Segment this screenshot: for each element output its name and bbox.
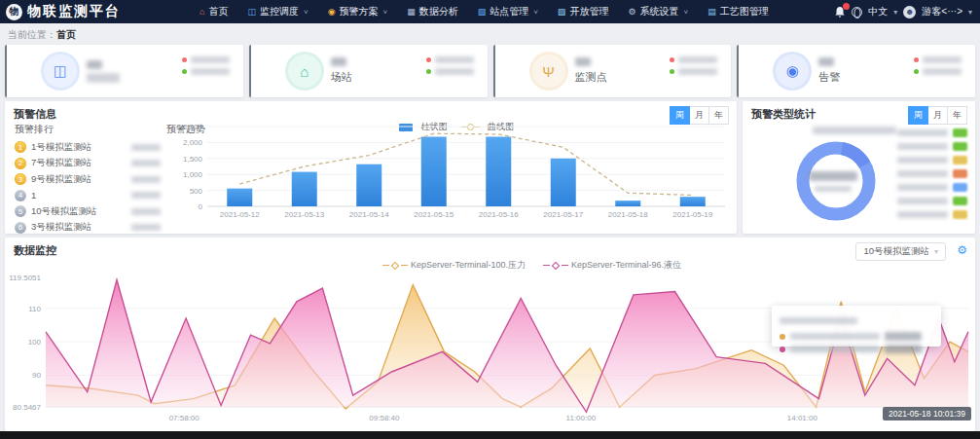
home-icon: ⌂ — [200, 7, 204, 17]
type-legend-row[interactable] — [897, 169, 967, 178]
nav-item-label: 开放管理 — [569, 5, 608, 18]
language-caret-icon: ▾ — [893, 8, 897, 17]
blurred-ranking-value — [131, 208, 161, 215]
ranking-station-name: 1号模拟监测站 — [31, 141, 127, 154]
type-legend-row[interactable] — [897, 156, 967, 165]
blurred-donut-value — [809, 171, 857, 181]
notification-bell-icon[interactable] — [834, 6, 846, 18]
status-dot-red — [670, 57, 674, 62]
nav-item-process-diagram[interactable]: ▤工艺图管理 — [699, 0, 778, 23]
breadcrumb: 当前位置：首页 — [8, 28, 76, 42]
nav-item-warning-plan[interactable]: ◉预警方案˅ — [319, 0, 397, 23]
blurred-type-label — [897, 170, 948, 177]
svg-text:1,500: 1,500 — [183, 155, 203, 164]
blurred-status-text — [435, 56, 474, 63]
nav-menu: ⌂首页◫监控调度˅◉预警方案˅▦数据分析▧站点管理˅▨开放管理⚙系统设置˅▤工艺… — [191, 0, 834, 23]
user-avatar[interactable]: ☻ — [903, 6, 916, 18]
gear-icon: ⚙ — [628, 7, 635, 17]
chart-settings-gear-icon[interactable]: ⚙ — [957, 243, 967, 257]
ranking-row[interactable]: 510号模拟监测站 — [15, 203, 161, 220]
tooltip-row — [780, 345, 933, 353]
blurred-tooltip-text — [790, 333, 880, 340]
nav-item-home[interactable]: ⌂首页 — [191, 0, 236, 23]
status-dot-red — [182, 57, 187, 62]
nav-item-site-management[interactable]: ▧站点管理˅ — [469, 0, 547, 23]
blurred-ranking-value — [131, 144, 161, 151]
blurred-donut-sublabel — [815, 186, 852, 192]
type-legend-row[interactable] — [897, 197, 967, 205]
nav-right: 中文 ▾ ☻ 游客<···> ▾ — [834, 5, 980, 18]
stat-cards-row: ◫⌂场站Ψ监测点◉告警 — [5, 45, 975, 97]
level-diamond-icon — [552, 261, 560, 269]
ranking-station-name: 7号模拟监测站 — [31, 157, 127, 169]
type-legend-row[interactable] — [897, 210, 967, 219]
type-legend-list — [897, 128, 967, 219]
type-value-chip — [953, 183, 967, 192]
breadcrumb-current[interactable]: 首页 — [56, 29, 76, 40]
user-name[interactable]: 游客<···> — [922, 5, 962, 18]
type-legend-row[interactable] — [897, 128, 967, 137]
ranking-row[interactable]: 11号模拟监测站 — [15, 139, 161, 156]
medal-icon-gold: 1 — [15, 141, 26, 153]
stat-card-监测点[interactable]: Ψ监测点 — [493, 45, 732, 97]
warning-trend-chart[interactable]: 05001,0001,5002,0002,5002021-05-122021-0… — [161, 119, 733, 230]
station-select-value: 10号模拟监测站 — [863, 245, 929, 258]
stat-card-label: 场站 — [331, 70, 352, 85]
warning-panel-title: 预警信息 — [14, 107, 56, 122]
svg-text:2,000: 2,000 — [183, 138, 203, 147]
ranking-title: 预警排行 — [15, 123, 161, 136]
ranking-row[interactable]: 41 — [15, 188, 161, 204]
ranking-row[interactable]: 63号模拟监测站 — [15, 220, 161, 237]
blurred-card-value — [331, 57, 346, 66]
type-value-chip — [953, 156, 967, 165]
nav-item-open-management[interactable]: ▨开放管理 — [549, 0, 618, 23]
breadcrumb-separator: ： — [47, 29, 56, 40]
nav-item-monitor-dispatch[interactable]: ◫监控调度˅ — [238, 0, 316, 23]
stat-card-blurred-0[interactable]: ◫ — [5, 45, 243, 97]
station-select-dropdown[interactable]: 10号模拟监测站 ▾ — [855, 242, 946, 261]
svg-text:500: 500 — [190, 187, 203, 196]
status-dot-red — [426, 57, 431, 62]
monitor-icon: ◫ — [247, 7, 256, 17]
blurred-card-value — [87, 60, 102, 69]
alarm-icon: ◉ — [776, 55, 809, 88]
stat-card-场站[interactable]: ⌂场站 — [249, 45, 488, 97]
svg-text:09:58:40: 09:58:40 — [369, 414, 400, 422]
alert-icon: ◉ — [328, 7, 336, 17]
warning-type-donut-chart[interactable] — [791, 136, 881, 226]
ranking-row[interactable]: 39号模拟监测站 — [15, 171, 161, 188]
axis-pointer-timestamp: 2021-05-18 10:01:39 — [883, 407, 971, 421]
nav-item-label: 监控调度 — [260, 5, 299, 18]
svg-text:2021-05-18: 2021-05-18 — [608, 210, 648, 219]
blurred-status-text — [678, 56, 717, 63]
tooltip-level-dot — [780, 347, 785, 352]
logo-icon: 物 — [6, 4, 22, 20]
blurred-type-label — [897, 211, 948, 218]
stat-card-告警[interactable]: ◉告警 — [737, 45, 975, 97]
nav-item-system-settings[interactable]: ⚙系统设置˅ — [619, 0, 697, 23]
top-navbar: 物 物联监测平台 ⌂首页◫监控调度˅◉预警方案˅▦数据分析▧站点管理˅▨开放管理… — [0, 0, 980, 23]
svg-text:110: 110 — [28, 305, 41, 313]
monitor-point-icon: Ψ — [532, 55, 565, 88]
ranking-station-name: 3号模拟监测站 — [31, 221, 127, 234]
type-value-chip — [953, 142, 967, 151]
svg-text:14:01:00: 14:01:00 — [787, 414, 818, 422]
medal-icon-gray: 6 — [15, 222, 26, 234]
tooltip-pressure-dot — [780, 334, 785, 340]
type-legend-row[interactable] — [897, 142, 967, 151]
svg-text:2021-05-19: 2021-05-19 — [672, 210, 712, 219]
nav-item-data-analysis[interactable]: ▦数据分析 — [398, 0, 467, 23]
open-icon: ▨ — [558, 7, 566, 17]
type-value-chip — [953, 128, 967, 137]
type-legend-row[interactable] — [897, 183, 967, 192]
warning-info-panel: 预警信息 周月年 预警排行 11号模拟监测站27号模拟监测站39号模拟监测站41… — [5, 101, 737, 234]
app-logo[interactable]: 物 物联监测平台 — [0, 3, 191, 20]
type-panel-title: 预警类型统计 — [751, 107, 816, 122]
blurred-ranking-value — [131, 192, 161, 199]
ranking-row[interactable]: 27号模拟监测站 — [15, 156, 161, 172]
stat-card-label: 监测点 — [575, 70, 607, 85]
chevron-down-icon: ˅ — [304, 8, 309, 17]
ranking-station-name: 10号模拟监测站 — [31, 205, 127, 218]
language-switch[interactable]: 中文 — [868, 5, 888, 18]
svg-text:100: 100 — [28, 338, 42, 347]
